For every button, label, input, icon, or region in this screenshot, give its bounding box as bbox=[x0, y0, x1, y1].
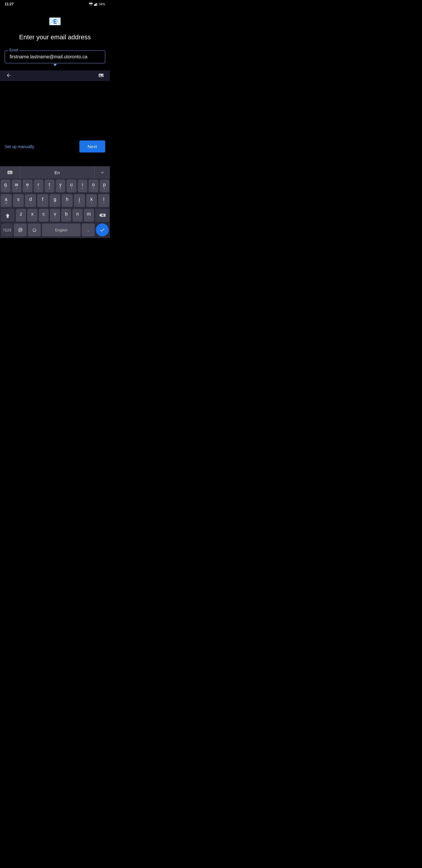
key-h[interactable]: h/ bbox=[62, 194, 73, 207]
key-r[interactable]: r4 bbox=[34, 180, 44, 192]
enter-key[interactable] bbox=[96, 223, 109, 236]
keyboard-row-4: ?123 @ ☺ English . bbox=[0, 223, 110, 238]
email-field-container: Email bbox=[5, 51, 105, 63]
key-j[interactable]: j# bbox=[74, 194, 85, 207]
email-label: Email bbox=[8, 48, 19, 52]
keyboard-collapse-button[interactable] bbox=[95, 166, 110, 179]
app-logo: 📧 bbox=[48, 15, 62, 28]
page-title: Enter your email address bbox=[19, 33, 91, 41]
bottom-nav bbox=[0, 70, 110, 81]
at-key[interactable]: @ bbox=[14, 223, 27, 236]
keyboard-row-2: a@ s* d+ f- g= h/ j# k( l) bbox=[0, 193, 110, 208]
period-key[interactable]: . bbox=[82, 223, 95, 236]
key-w[interactable]: w2 bbox=[12, 180, 22, 192]
next-button[interactable]: Next bbox=[79, 141, 105, 153]
key-b[interactable]: b! bbox=[61, 209, 71, 222]
key-l[interactable]: l) bbox=[98, 194, 109, 207]
keyboard-top-row: En bbox=[0, 166, 110, 179]
cursor-indicator bbox=[53, 64, 57, 66]
svg-rect-2 bbox=[96, 3, 97, 6]
key-e[interactable]: e3 bbox=[23, 180, 33, 192]
keyboard: En q1 w2 e3 r4 t5 y6 u7 i8 o9 p0 a@ s* d… bbox=[0, 166, 110, 238]
status-bar: 11:27 34% bbox=[0, 0, 110, 8]
key-c[interactable]: c" bbox=[39, 209, 49, 222]
key-o[interactable]: o9 bbox=[89, 180, 98, 192]
keyboard-nav-icon bbox=[98, 72, 104, 78]
keyboard-row-1: q1 w2 e3 r4 t5 y6 u7 i8 o9 p0 bbox=[0, 179, 110, 193]
shift-key[interactable] bbox=[1, 209, 15, 222]
key-v[interactable]: v? bbox=[50, 209, 60, 222]
emoji-key[interactable]: ☺ bbox=[28, 223, 41, 236]
key-m[interactable]: m_ bbox=[84, 209, 94, 222]
key-x[interactable]: x: bbox=[27, 209, 37, 222]
checkmark-icon bbox=[99, 227, 105, 233]
key-d[interactable]: d+ bbox=[25, 194, 36, 207]
svg-rect-1 bbox=[95, 4, 96, 6]
keyboard-language[interactable]: En bbox=[20, 166, 95, 179]
key-g[interactable]: g= bbox=[50, 194, 61, 207]
status-icons: 34% bbox=[89, 2, 105, 6]
svg-rect-3 bbox=[97, 3, 98, 6]
svg-rect-4 bbox=[7, 218, 9, 218]
key-n[interactable]: n~ bbox=[72, 209, 83, 222]
key-z[interactable]: z, bbox=[16, 209, 26, 222]
keyboard-layout-icon[interactable] bbox=[0, 166, 20, 179]
nav-back-button[interactable] bbox=[5, 71, 13, 80]
main-content: 📧 Enter your email address Email bbox=[0, 8, 110, 70]
backspace-key[interactable] bbox=[95, 209, 109, 222]
signal-icon bbox=[94, 2, 98, 6]
key-i[interactable]: i8 bbox=[78, 180, 88, 192]
nav-back-icon bbox=[6, 72, 12, 78]
keyboard-icon bbox=[7, 169, 13, 175]
key-f[interactable]: f- bbox=[37, 194, 48, 207]
nav-keyboard-button[interactable] bbox=[97, 71, 105, 80]
wifi-icon bbox=[89, 2, 93, 6]
key-q[interactable]: q1 bbox=[1, 180, 10, 192]
status-time: 11:27 bbox=[5, 2, 14, 6]
chevron-down-icon bbox=[100, 170, 105, 175]
email-input-wrapper bbox=[5, 51, 105, 63]
key-p[interactable]: p0 bbox=[100, 180, 109, 192]
shift-icon bbox=[5, 212, 10, 218]
key-u[interactable]: u7 bbox=[67, 180, 76, 192]
key-a[interactable]: a@ bbox=[1, 194, 12, 207]
setup-manually-button[interactable]: Set up manually bbox=[5, 142, 34, 151]
key-s[interactable]: s* bbox=[13, 194, 24, 207]
key-y[interactable]: y6 bbox=[56, 180, 66, 192]
action-area: Set up manually Next bbox=[0, 137, 110, 156]
key-k[interactable]: k( bbox=[86, 194, 97, 207]
svg-rect-0 bbox=[94, 4, 95, 6]
numbers-key[interactable]: ?123 bbox=[1, 223, 12, 236]
battery-text: 34% bbox=[99, 2, 105, 6]
backspace-icon bbox=[99, 213, 105, 218]
key-t[interactable]: t5 bbox=[44, 180, 55, 192]
space-key[interactable]: English bbox=[42, 223, 80, 236]
email-input[interactable] bbox=[10, 54, 100, 60]
keyboard-row-3: z, x: c" v? b! n~ m_ bbox=[0, 208, 110, 223]
